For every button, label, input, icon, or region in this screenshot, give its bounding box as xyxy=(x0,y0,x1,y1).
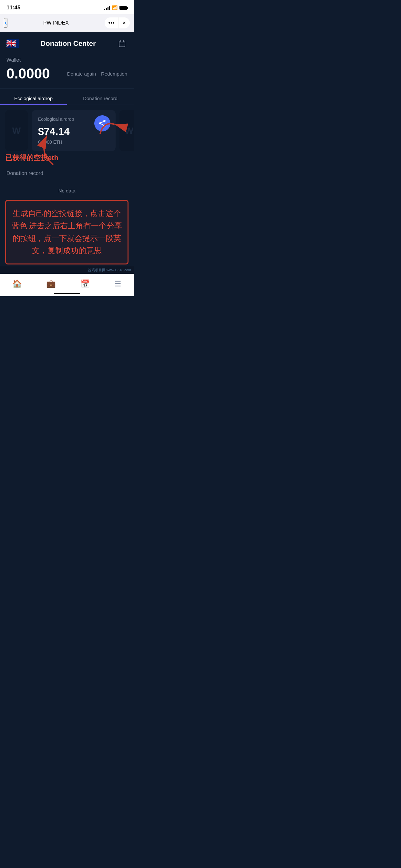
card-eth: 0.3000 ETH xyxy=(38,140,109,145)
tab-donation-record[interactable]: Donation record xyxy=(67,92,134,104)
app-header: Donation Center xyxy=(0,32,134,54)
annotation-text: 生成自己的空投链接，点击这个蓝色 进去之后右上角有一个分享的按钮，点一下就会提示… xyxy=(11,207,122,257)
nav-home[interactable]: 🏠 xyxy=(6,278,28,290)
status-bar: 11:45 📶 xyxy=(0,0,134,14)
status-time: 11:45 xyxy=(6,4,20,11)
signal-icon xyxy=(104,5,110,10)
nav-calendar[interactable]: 📅 xyxy=(74,278,96,290)
svg-point-6 xyxy=(103,125,105,127)
tab-ecological-airdrop[interactable]: Ecological airdrop xyxy=(0,92,67,104)
wallet-row: 0.0000 Donate again Redemption xyxy=(6,66,127,82)
wifi-icon: 📶 xyxy=(112,5,118,10)
donate-again-button[interactable]: Donate again xyxy=(67,71,96,76)
browser-title: PW INDEX xyxy=(11,20,101,26)
no-data-label: No data xyxy=(6,182,127,200)
svg-line-7 xyxy=(101,124,103,125)
svg-point-5 xyxy=(99,122,101,125)
svg-line-8 xyxy=(101,121,103,123)
tabs-bar: Ecological airdrop Donation record xyxy=(0,92,134,105)
app-title: Donation Center xyxy=(19,39,117,48)
bottom-nav: 🏠 💼 📅 ☰ xyxy=(0,274,134,296)
browser-close-button[interactable]: × xyxy=(119,18,130,28)
menu-icon: ☰ xyxy=(114,279,121,288)
redemption-button[interactable]: Redemption xyxy=(101,71,127,76)
briefcase-icon: 💼 xyxy=(46,279,56,288)
browser-actions: ••• × xyxy=(104,18,130,28)
cards-wrapper: W Ecological airdrop $74.14 0.3000 ETH xyxy=(0,105,134,156)
divider xyxy=(0,88,134,89)
wallet-section: Wallet 0.0000 Donate again Redemption xyxy=(0,54,134,88)
calendar-icon[interactable] xyxy=(117,38,127,49)
status-icons: 📶 xyxy=(104,5,127,10)
home-icon: 🏠 xyxy=(12,279,22,288)
cn-label-overlay: 已获得的空投eth xyxy=(0,153,134,163)
annotation-box: 生成自己的空投链接，点击这个蓝色 进去之后右上角有一个分享的按钮，点一下就会提示… xyxy=(5,200,128,265)
donation-section: Donation record No data xyxy=(0,165,134,200)
wallet-label: Wallet xyxy=(6,57,127,63)
battery-icon xyxy=(120,6,127,10)
cards-container: W Ecological airdrop $74.14 0.3000 ETH xyxy=(0,105,134,156)
watermark: 首码项目网 www.E318.com xyxy=(0,267,134,274)
browser-back-button[interactable]: ‹ xyxy=(4,18,7,28)
nav-briefcase[interactable]: 💼 xyxy=(40,278,62,290)
uk-flag-icon xyxy=(6,39,19,48)
nav-menu[interactable]: ☰ xyxy=(108,278,128,290)
browser-bar: ‹ PW INDEX ••• × xyxy=(0,14,134,32)
side-card-left: W xyxy=(5,110,28,151)
svg-point-4 xyxy=(103,120,105,122)
share-network-button[interactable] xyxy=(94,115,111,131)
home-indicator xyxy=(54,293,80,294)
calendar-nav-icon: 📅 xyxy=(81,279,90,288)
share-network-icon xyxy=(98,119,106,128)
svg-rect-0 xyxy=(119,41,125,47)
browser-more-button[interactable]: ••• xyxy=(104,18,119,28)
wallet-actions: Donate again Redemption xyxy=(67,71,127,76)
cn-airdrop-label: 已获得的空投eth xyxy=(5,154,58,162)
app-content: Donation Center Wallet 0.0000 Donate aga… xyxy=(0,32,134,267)
airdrop-card: Ecological airdrop $74.14 0.3000 ETH xyxy=(32,110,116,151)
wallet-amount: 0.0000 xyxy=(6,66,50,82)
donation-record-title: Donation record xyxy=(6,170,127,176)
side-card-right: W xyxy=(120,110,134,151)
